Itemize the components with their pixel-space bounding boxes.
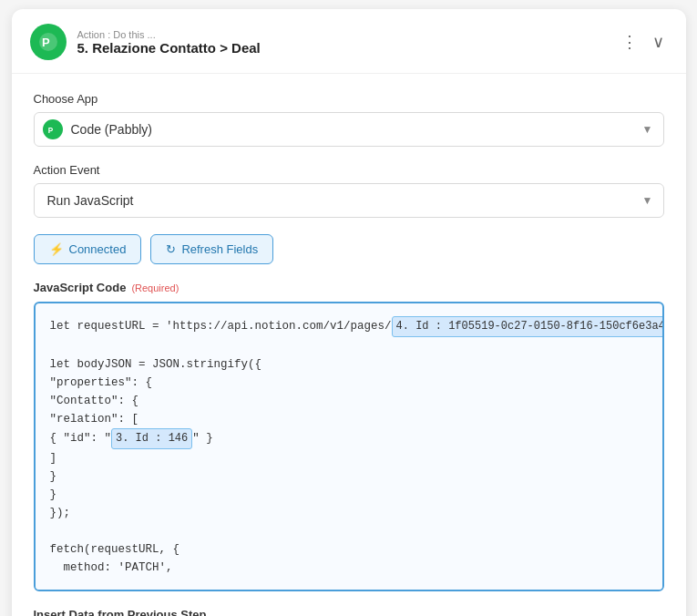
code-line-13: fetch(requestURL, {: [50, 540, 648, 559]
code-line-5: "Contatto": {: [50, 392, 648, 410]
collapse-icon: ∨: [652, 32, 664, 52]
pabbly-logo-icon: P: [30, 24, 67, 60]
code-line-12: [50, 522, 648, 540]
code-line-8: ]: [50, 449, 648, 467]
action-label: Action : Do this ...: [77, 29, 261, 40]
javascript-code-group: JavaScript Code (Required) let requestUR…: [34, 281, 664, 591]
code-editor[interactable]: let requestURL = 'https://api.notion.com…: [34, 302, 664, 591]
refresh-fields-button[interactable]: ↻ Refresh Fields: [150, 234, 273, 264]
choose-app-select-wrapper: P Code (Pabbly) ▼: [34, 112, 664, 147]
card-body: Choose App P Code (Pabbly) ▼ Action Even…: [12, 74, 686, 616]
svg-text:P: P: [47, 127, 53, 135]
step-title: 5. Relazione Contatto > Deal: [77, 40, 261, 56]
main-card: P Action : Do this ... 5. Relazione Cont…: [12, 9, 686, 616]
connected-icon: ⚡: [49, 242, 64, 256]
insert-data-label: Insert Data from Previous Step: [34, 608, 664, 616]
more-options-button[interactable]: ⋮: [618, 28, 641, 56]
choose-app-select[interactable]: Code (Pabbly): [34, 112, 664, 147]
javascript-code-label: JavaScript Code: [34, 281, 127, 294]
choose-app-label: Choose App: [34, 92, 664, 106]
connected-button[interactable]: ⚡ Connected: [34, 234, 142, 264]
action-event-label: Action Event: [34, 163, 664, 177]
action-event-select-wrapper: Run JavaScript ▼: [34, 183, 664, 218]
code-line-6: "relation": [: [50, 410, 648, 428]
refresh-icon: ↻: [166, 242, 176, 256]
code-line-3: let bodyJSON = JSON.stringify({: [50, 355, 648, 374]
code-line-4: "properties": {: [50, 374, 648, 392]
more-options-icon: ⋮: [621, 32, 638, 52]
code-line-1: let requestURL = 'https://api.notion.com…: [50, 316, 648, 337]
card-header: P Action : Do this ... 5. Relazione Cont…: [12, 9, 686, 74]
refresh-label: Refresh Fields: [181, 242, 258, 256]
inline-value-1: 4. Id : 1f05519-0c27-0150-8f16-150cf6e3a…: [392, 316, 664, 337]
svg-text:P: P: [42, 36, 50, 49]
app-icon: P: [43, 119, 63, 139]
code-line-7: { "id": "3. Id : 146" }: [50, 428, 648, 449]
insert-data-section: Insert Data from Previous Step K 1. Kart…: [34, 608, 664, 616]
code-line-11: });: [50, 504, 648, 522]
required-tag: (Required): [131, 282, 179, 293]
action-event-group: Action Event Run JavaScript ▼: [34, 163, 664, 218]
inline-value-2: 3. Id : 146: [111, 428, 192, 449]
code-line-10: }: [50, 486, 648, 504]
code-line-2: [50, 337, 648, 355]
code-line-9: }: [50, 467, 648, 486]
action-event-select[interactable]: Run JavaScript: [34, 183, 664, 218]
collapse-button[interactable]: ∨: [649, 28, 668, 56]
header-text: Action : Do this ... 5. Relazione Contat…: [77, 29, 261, 56]
connected-label: Connected: [69, 242, 127, 256]
action-buttons-group: ⚡ Connected ↻ Refresh Fields: [34, 234, 664, 264]
choose-app-group: Choose App P Code (Pabbly) ▼: [34, 92, 664, 147]
header-left: P Action : Do this ... 5. Relazione Cont…: [30, 24, 261, 60]
javascript-code-section-label: JavaScript Code (Required): [34, 281, 664, 294]
header-actions: ⋮ ∨: [618, 28, 668, 56]
